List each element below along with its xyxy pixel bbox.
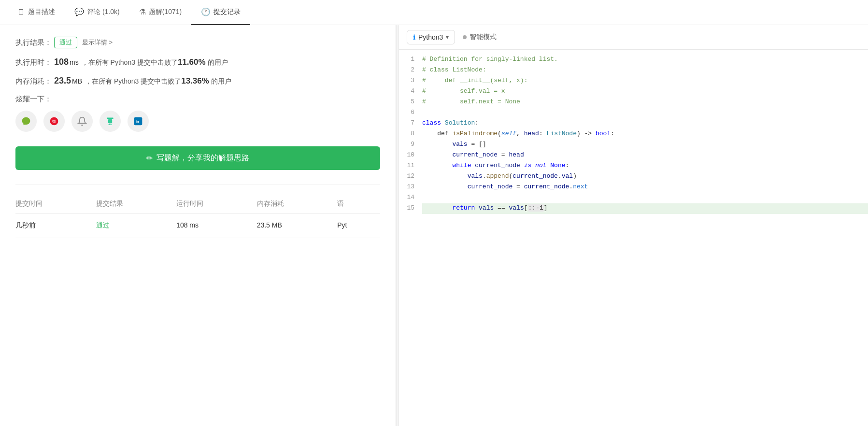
time-desc: ，在所有 Python3 提交中击败了: [82, 58, 178, 67]
code-line-12: 12 vals.append(current_node.val): [399, 171, 868, 182]
col-header-runtime: 运行时间: [176, 199, 257, 208]
time-percent: 11.60%: [178, 57, 206, 67]
code-line-9: 9 vals = []: [399, 140, 868, 150]
tab-description[interactable]: 🗒 题目描述: [8, 0, 65, 25]
col-header-time: 提交时间: [15, 199, 96, 208]
submissions-table: 提交时间 提交结果 运行时间 内存消耗 语 几秒前 通过 108 ms 23.5…: [15, 195, 380, 238]
code-line-6: 6: [399, 108, 868, 118]
description-icon: 🗒: [17, 8, 25, 16]
smart-mode-label: 智能模式: [470, 33, 497, 42]
language-selector[interactable]: ℹ Python3 ▾: [407, 30, 455, 44]
svg-text:in: in: [136, 119, 139, 124]
execution-label: 执行结果：: [15, 38, 54, 47]
info-icon: ℹ: [413, 33, 415, 41]
smart-mode: 智能模式: [463, 33, 497, 42]
table-header: 提交时间 提交结果 运行时间 内存消耗 语: [15, 195, 380, 213]
wechat-button[interactable]: [15, 111, 37, 132]
tab-submissions-label: 提交记录: [213, 8, 241, 16]
language-label: Python3: [418, 33, 443, 41]
code-lines: 1 # Definition for singly-linked list. 2…: [399, 50, 868, 219]
memory-unit: MB: [72, 77, 82, 85]
linkedin-button[interactable]: in: [128, 111, 149, 132]
memory-percent: 13.36%: [181, 76, 209, 86]
row-lang: Pyt: [337, 221, 380, 230]
col-header-result: 提交结果: [96, 199, 177, 208]
tab-solutions[interactable]: ⚗ 题解(1071): [129, 0, 191, 25]
editor-toolbar: ℹ Python3 ▾ 智能模式: [399, 25, 868, 50]
row-time: 几秒前: [15, 221, 96, 230]
app-container: 🗒 题目描述 💬 评论 (1.0k) ⚗ 题解(1071) 🕐 提交记录 执行结…: [0, 0, 868, 426]
dot-icon: [463, 35, 467, 39]
row-result[interactable]: 通过: [96, 221, 177, 230]
notification-button[interactable]: [71, 111, 93, 132]
time-unit: ms: [70, 58, 79, 66]
code-line-7: 7 class Solution:: [399, 118, 868, 129]
pass-badge: 通过: [54, 37, 77, 48]
tab-discussion[interactable]: 💬 评论 (1.0k): [65, 0, 129, 25]
show-detail-link[interactable]: 显示详情 >: [82, 38, 113, 47]
code-editor[interactable]: 1 # Definition for singly-linked list. 2…: [399, 50, 868, 426]
code-line-14: 14: [399, 193, 868, 203]
code-line-13: 13 current_node = current_node.next: [399, 182, 868, 193]
memory-row: 内存消耗： 23.5 MB ，在所有 Python3 提交中击败了 13.36%…: [15, 76, 380, 86]
write-icon: ✏: [146, 154, 153, 163]
memory-desc: ，在所有 Python3 提交中击败了: [85, 77, 181, 86]
weibo-button[interactable]: 微: [43, 111, 65, 132]
tab-solutions-label: 题解(1071): [149, 8, 182, 16]
brag-label: 炫耀一下：: [15, 95, 380, 104]
discussion-icon: 💬: [74, 7, 84, 16]
chevron-down-icon: ▾: [446, 34, 449, 41]
memory-value: 23.5: [54, 76, 71, 86]
code-line-4: 4 # self.val = x: [399, 86, 868, 97]
code-line-3: 3 # def __init__(self, x):: [399, 76, 868, 86]
tab-submissions[interactable]: 🕐 提交记录: [191, 0, 250, 25]
divider: [15, 185, 380, 185]
main-content: 执行结果： 通过 显示详情 > 执行用时： 108 ms ，在所有 Python…: [0, 25, 868, 426]
svg-rect-2: [107, 118, 113, 119]
result-section: 执行结果： 通过 显示详情 > 执行用时： 108 ms ，在所有 Python…: [15, 37, 380, 170]
row-runtime: 108 ms: [176, 221, 257, 230]
left-panel: 执行结果： 通过 显示详情 > 执行用时： 108 ms ，在所有 Python…: [0, 25, 396, 426]
code-line-10: 10 current_node = head: [399, 150, 868, 161]
tab-description-label: 题目描述: [28, 8, 55, 16]
write-btn-label: 写题解，分享我的解题思路: [157, 153, 249, 163]
col-header-memory: 内存消耗: [257, 199, 338, 208]
write-solution-button[interactable]: ✏ 写题解，分享我的解题思路: [15, 146, 380, 170]
code-line-11: 11 while current_node is not None:: [399, 161, 868, 171]
memory-suffix: 的用户: [211, 77, 231, 86]
table-row: 几秒前 通过 108 ms 23.5 MB Pyt: [15, 213, 380, 238]
time-label: 执行用时：: [15, 58, 54, 67]
time-value: 108: [54, 57, 69, 67]
code-line-1: 1 # Definition for singly-linked list.: [399, 55, 868, 65]
code-line-5: 5 # self.next = None: [399, 97, 868, 108]
douban-button[interactable]: [100, 111, 121, 132]
time-row: 执行用时： 108 ms ，在所有 Python3 提交中击败了 11.60% …: [15, 57, 380, 67]
svg-rect-3: [108, 119, 112, 123]
memory-label: 内存消耗：: [15, 77, 54, 86]
tab-bar: 🗒 题目描述 💬 评论 (1.0k) ⚗ 题解(1071) 🕐 提交记录: [0, 0, 868, 25]
time-suffix: 的用户: [208, 58, 228, 67]
svg-text:微: 微: [52, 119, 56, 124]
solutions-icon: ⚗: [139, 7, 146, 16]
tab-discussion-label: 评论 (1.0k): [87, 8, 120, 16]
right-panel: ℹ Python3 ▾ 智能模式 1 # Definition for sing…: [399, 25, 868, 426]
code-line-8: 8 def isPalindrome(self, head: ListNode)…: [399, 129, 868, 140]
col-header-lang: 语: [337, 199, 380, 208]
social-icons: 微 in: [15, 111, 380, 132]
code-line-2: 2 # class ListNode:: [399, 65, 868, 76]
row-memory: 23.5 MB: [257, 221, 338, 230]
code-line-15: 15 return vals == vals[::-1]: [399, 203, 868, 214]
submissions-icon: 🕐: [201, 7, 211, 16]
svg-rect-6: [108, 125, 112, 125]
execution-result-row: 执行结果： 通过 显示详情 >: [15, 37, 380, 48]
